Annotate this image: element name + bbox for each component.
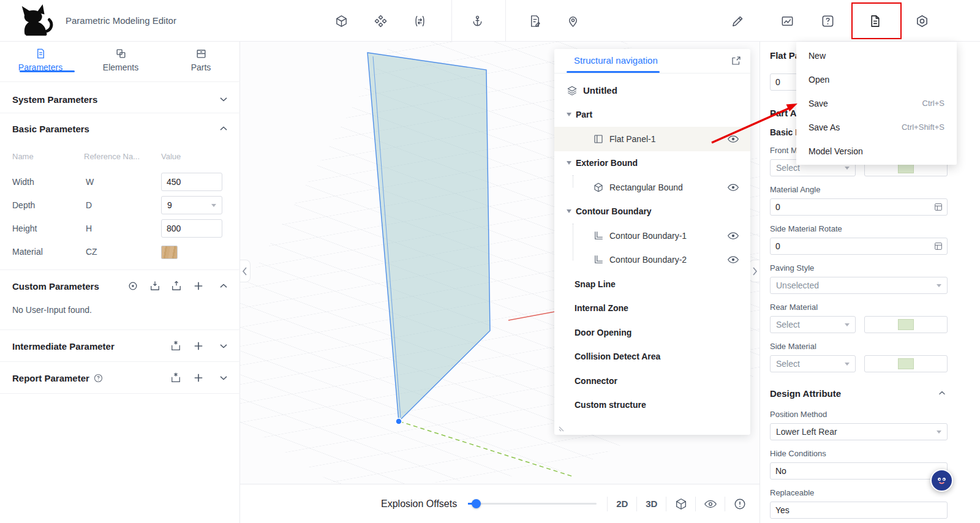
collapse-caret-icon[interactable] [567, 161, 571, 165]
paving-style-select[interactable]: Unselected [770, 277, 948, 294]
menu-item-save[interactable]: SaveCtrl+S [796, 91, 957, 115]
chevron-down-icon[interactable] [217, 340, 230, 352]
visibility-eye-icon[interactable] [727, 230, 739, 242]
hide-conditions-input[interactable] [770, 462, 948, 480]
settings-icon[interactable] [914, 13, 930, 29]
view-2d-button[interactable]: 2D [608, 499, 636, 509]
visibility-eye-icon[interactable] [696, 497, 725, 511]
tree-group-snap-line[interactable]: Snap Line [554, 272, 750, 296]
help-icon[interactable] [820, 13, 835, 29]
export-icon[interactable] [170, 280, 183, 292]
empty-state-message: No User-Input found. [12, 305, 92, 315]
plus-icon[interactable] [192, 340, 205, 352]
column-reference: Reference Na... [84, 152, 140, 161]
tree-group-door-opening[interactable]: Door Opening [554, 320, 750, 345]
plus-icon[interactable] [192, 280, 205, 292]
chevron-up-icon[interactable] [217, 122, 230, 135]
tree-root-untitled[interactable]: Untitled [554, 78, 750, 103]
tree-label: Flat Panel-1 [609, 134, 655, 144]
isometric-cube-icon[interactable] [666, 497, 695, 511]
tree-label: Untitled [583, 85, 617, 96]
collapse-caret-icon[interactable] [567, 209, 571, 213]
material-angle-input[interactable] [770, 198, 948, 216]
replaceable-input[interactable] [770, 502, 948, 519]
field-label: Position Method [770, 410, 970, 421]
tree-item-flat-panel-1[interactable]: Flat Panel-1 [554, 127, 750, 151]
side-material-rotate-input[interactable] [770, 238, 948, 255]
system-parameters-section[interactable]: System Parameters [0, 86, 240, 113]
depth-select[interactable]: 9 [161, 196, 222, 214]
height-input[interactable] [161, 219, 222, 238]
tree-group-exterior-bound[interactable]: Exterior Bound [554, 151, 750, 176]
import-icon[interactable] [149, 280, 161, 292]
anchor-icon[interactable] [469, 13, 485, 29]
tree-item-contour-boundary-2[interactable]: Contour Boundary-2 [554, 248, 750, 273]
edit-pencil-icon[interactable] [729, 13, 745, 29]
origin-point[interactable] [396, 418, 402, 424]
design-attribute-section[interactable]: Design Attribute [770, 387, 948, 399]
visibility-eye-icon[interactable] [727, 181, 739, 194]
slider-knob[interactable] [472, 499, 481, 508]
panel-resize-icon[interactable] [558, 425, 565, 432]
tree-group-contour-boundary[interactable]: Contour Boundary [554, 200, 750, 224]
tree-label: Exterior Bound [576, 158, 638, 168]
rear-material-swatch[interactable] [864, 316, 948, 333]
visibility-eye-icon[interactable] [727, 133, 739, 145]
basic-parameters-section[interactable]: Basic Parameters [0, 115, 240, 142]
view-3d-button[interactable]: 3D [637, 499, 666, 509]
template-star-icon[interactable] [170, 340, 182, 352]
warning-icon[interactable] [725, 497, 754, 511]
menu-item-open[interactable]: Open [796, 67, 957, 91]
side-material-select[interactable]: Select [770, 355, 856, 372]
tree-group-collision-detect-area[interactable]: Collision Detect Area [554, 345, 750, 369]
rear-material-select[interactable]: Select [770, 316, 856, 333]
position-method-select[interactable]: Lower Left Rear [770, 423, 948, 440]
material-swatch[interactable] [161, 246, 178, 259]
tree-label: Contour Boundary-2 [609, 255, 687, 265]
chevron-up-icon[interactable] [217, 280, 230, 292]
formula-table-icon[interactable] [933, 241, 943, 251]
visibility-eye-icon[interactable] [727, 254, 739, 266]
tree-item-contour-boundary-1[interactable]: Contour Boundary-1 [554, 224, 750, 248]
formula-table-icon[interactable] [933, 202, 943, 212]
chevron-down-icon [845, 323, 850, 326]
chevron-up-icon[interactable] [937, 388, 948, 399]
chevron-down-icon[interactable] [217, 93, 230, 105]
question-circle-icon[interactable] [93, 373, 104, 383]
tab-parameters[interactable]: Parameters [7, 48, 74, 72]
width-input[interactable] [161, 173, 222, 191]
param-reference: H [86, 224, 92, 233]
tab-elements[interactable]: Elements [87, 48, 154, 72]
menu-item-new[interactable]: New [796, 43, 957, 67]
parameters-sidebar: Parameters Elements Parts System Paramet… [0, 42, 240, 523]
tree-group-internal-zone[interactable]: Internal Zone [554, 296, 750, 321]
tree-group-part[interactable]: Part [554, 103, 750, 127]
cat-logo [17, 4, 55, 38]
collapse-caret-icon[interactable] [567, 113, 571, 116]
side-material-swatch[interactable] [864, 355, 948, 372]
expand-panel-icon[interactable] [731, 55, 742, 66]
collapse-right-panel-handle[interactable] [749, 260, 760, 282]
tree-item-rectangular-bound[interactable]: Rectangular Bound [554, 175, 750, 200]
menu-item-save-as[interactable]: Save AsCtrl+Shift+S [796, 115, 957, 139]
component-box-icon[interactable] [333, 13, 349, 29]
constraint-icon[interactable] [412, 13, 428, 29]
explosion-slider[interactable] [468, 503, 597, 505]
tree-label: Connector [575, 376, 617, 386]
active-tab-indicator [20, 70, 75, 72]
plus-icon[interactable] [192, 372, 205, 384]
crosshair-icon[interactable] [127, 280, 139, 292]
menu-item-label: New [809, 51, 826, 61]
assembly-module-icon[interactable] [372, 13, 388, 29]
chat-assistant-button[interactable] [930, 469, 953, 492]
gallery-chart-icon[interactable] [779, 13, 795, 29]
tree-group-custom-structure[interactable]: Custom structure [554, 393, 750, 418]
document-edit-icon[interactable] [527, 13, 543, 29]
collapse-left-panel-handle[interactable] [240, 260, 251, 282]
template-star-icon[interactable] [170, 372, 182, 384]
menu-item-model-version[interactable]: Model Version [796, 139, 957, 163]
tree-group-connector[interactable]: Connector [554, 369, 750, 393]
tab-parts[interactable]: Parts [167, 48, 235, 72]
chevron-down-icon[interactable] [217, 372, 230, 384]
placement-pin-icon[interactable] [565, 13, 581, 29]
